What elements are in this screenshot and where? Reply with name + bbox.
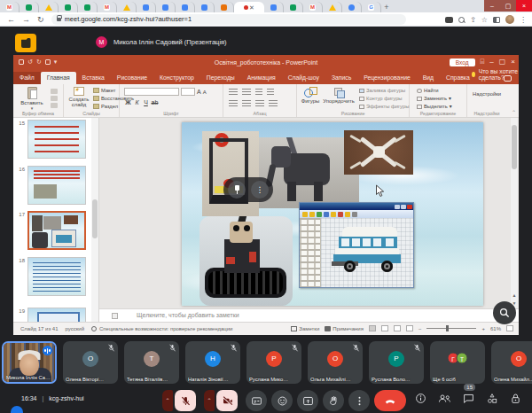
align-left-icon[interactable] [229, 100, 238, 107]
arrange-button[interactable]: Упорядочить [322, 87, 356, 104]
ribbon-tab-Справка[interactable]: Справка [440, 72, 476, 84]
paste-button[interactable]: Вставить▾ [19, 87, 45, 111]
browser-tab-drive[interactable] [117, 2, 137, 12]
reading-view-button[interactable] [394, 325, 401, 331]
close-button[interactable]: × [516, 0, 532, 12]
ppt-minimize-icon[interactable]: – [489, 58, 493, 66]
camera-options-caret[interactable]: ⌃ [204, 390, 215, 411]
ppt-maximize-icon[interactable]: ▢ [499, 58, 506, 66]
current-slide[interactable]: ⋮ [182, 122, 483, 306]
cut-copy-painter[interactable] [51, 89, 58, 108]
browser-tab-docs[interactable] [195, 2, 215, 12]
profile-avatar[interactable] [505, 15, 514, 24]
side-panel-icon[interactable] [493, 17, 500, 23]
slide-thumbnail-17[interactable]: 17 [17, 211, 86, 250]
ribbon-tab-Рецензирование[interactable]: Рецензирование [357, 72, 416, 84]
browser-tab-drive[interactable] [39, 2, 59, 12]
save-icon[interactable] [19, 59, 24, 65]
forward-icon[interactable]: → [22, 15, 30, 24]
browser-tab-meet-active[interactable]: ✕ [234, 2, 264, 12]
browser-tab-google[interactable]: G [362, 2, 381, 12]
browser-tab-chrome[interactable] [342, 2, 362, 12]
font-size-select[interactable] [181, 88, 195, 96]
previous-slide-arrow[interactable]: ▲ [511, 292, 518, 300]
outdent-icon[interactable] [267, 89, 274, 96]
sign-in-button[interactable]: Вход [450, 58, 475, 66]
slide-thumbnail-16[interactable]: 16 [17, 166, 86, 205]
browser-tab-classroom[interactable] [215, 2, 234, 12]
addins-button[interactable]: Надстройки [467, 90, 506, 97]
pin-button[interactable] [228, 181, 246, 199]
browser-tab-sheets[interactable] [284, 2, 303, 12]
shape-effects-button[interactable]: Эффекты фигуры [359, 104, 409, 109]
participant-tile[interactable]: Микола Іллін Са… [2, 341, 57, 384]
new-slide-button[interactable]: Создать слайд [66, 87, 92, 107]
comments-toggle[interactable]: Примечания [325, 326, 364, 331]
participant-tile[interactable]: ГТЩе 6 осіб [430, 341, 485, 384]
captions-button[interactable] [246, 390, 267, 411]
zoom-out-button[interactable]: − [419, 326, 422, 331]
select-button[interactable]: Выделить ▾ [417, 104, 452, 109]
browser-menu-icon[interactable]: ⋮ [520, 16, 527, 24]
notes-pane[interactable]: Щелкните, чтобы добавить заметки [99, 308, 519, 322]
ribbon-tab-Запись[interactable]: Запись [325, 72, 357, 84]
slideshow-view-button[interactable] [406, 325, 413, 331]
find-button[interactable]: Найти [417, 88, 452, 93]
meeting-details-icon[interactable] [415, 393, 426, 404]
shape-outline-button[interactable]: Контур фигуры [359, 96, 409, 101]
replace-button[interactable]: Заменить ▾ [417, 96, 452, 101]
ribbon-tab-Переходы[interactable]: Переходы [200, 72, 241, 84]
ribbon-tab-Вставка[interactable]: Вставка [76, 72, 111, 84]
tab-close-icon[interactable]: ✕ [249, 4, 254, 11]
activities-icon[interactable] [486, 393, 498, 404]
font-format-button[interactable]: Ч [142, 99, 150, 105]
back-icon[interactable]: ← [7, 15, 15, 24]
redo-icon[interactable]: ↻ [36, 58, 42, 66]
participants-icon[interactable] [438, 393, 451, 404]
ribbon-tab-Слайд-шоу[interactable]: Слайд-шоу [282, 72, 325, 84]
ribbon-tab-Вид[interactable]: Вид [417, 72, 440, 84]
mic-toggle-button[interactable] [175, 390, 196, 411]
comments-icon[interactable] [504, 75, 512, 82]
browser-tab-gmail[interactable]: M [303, 2, 323, 12]
camera-toggle-button[interactable] [216, 390, 238, 411]
more-options-button[interactable]: ⋮ [251, 181, 269, 199]
reload-icon[interactable]: ↻ [37, 15, 44, 24]
fit-to-window-button[interactable] [506, 325, 513, 331]
browser-tab-gmail[interactable]: M [0, 2, 20, 12]
present-button[interactable] [297, 390, 318, 411]
collapse-ribbon-icon[interactable]: ⌃ [512, 109, 516, 115]
font-format-button[interactable]: ab [151, 99, 159, 105]
tell-me-box[interactable]: Что вы хотите сделать? [472, 68, 519, 84]
language-label[interactable]: русский [65, 326, 84, 331]
browser-tab-docs[interactable] [137, 2, 156, 12]
undo-icon[interactable]: ↺ [27, 58, 33, 66]
qat-customize-icon[interactable]: ▾ [54, 58, 58, 66]
raise-hand-button[interactable] [323, 390, 344, 411]
bullets-icon[interactable] [229, 89, 238, 96]
indent-icon[interactable] [255, 89, 262, 96]
presenting-indicator-icon[interactable] [15, 34, 36, 52]
slide-thumbnail-18[interactable]: 18 [17, 257, 86, 296]
browser-tab-sheets[interactable] [59, 2, 78, 12]
font-format-button[interactable]: К [133, 99, 141, 105]
browser-tab-docs[interactable] [156, 2, 176, 12]
participant-tile[interactable]: ННаталія Зіновії… [185, 341, 240, 384]
browser-tab-sheets[interactable] [20, 2, 39, 12]
font-name-select[interactable] [124, 88, 179, 96]
participant-tile[interactable]: ООлена Вікторі… [63, 341, 118, 384]
browser-tab-docs[interactable] [176, 2, 195, 12]
leave-call-button[interactable] [374, 390, 406, 411]
bookmark-star-icon[interactable]: ☆ [481, 16, 488, 24]
browser-tab-sheets[interactable] [78, 2, 98, 12]
zoom-control-button[interactable] [493, 301, 516, 324]
align-right-icon[interactable] [255, 100, 264, 107]
font-format-button[interactable]: Ж [124, 99, 132, 105]
reactions-button[interactable] [271, 390, 293, 411]
notes-toggle[interactable]: Заметки [291, 326, 319, 331]
align-center-icon[interactable] [242, 100, 251, 107]
zoom-page-icon[interactable] [458, 17, 465, 23]
numbering-icon[interactable] [242, 89, 251, 96]
shape-fill-button[interactable]: Заливка фигуры [359, 88, 409, 93]
slide-thumbnail-19[interactable]: 19 [17, 308, 86, 322]
